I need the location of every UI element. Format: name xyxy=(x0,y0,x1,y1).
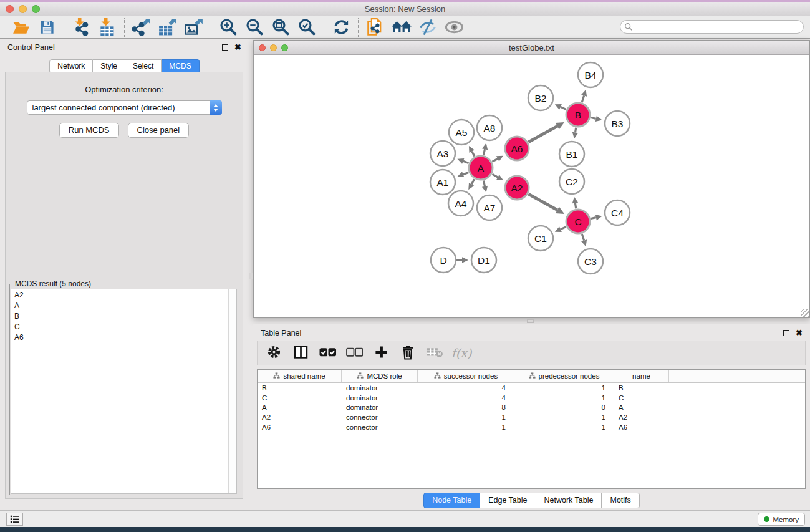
close-table-panel-icon[interactable]: ✖ xyxy=(796,330,803,336)
graph-edge-B-B1[interactable] xyxy=(575,128,576,133)
delete-table-button[interactable] xyxy=(427,345,443,361)
result-list-item[interactable]: A xyxy=(11,300,236,311)
column-header-successor-nodes[interactable]: successor nodes xyxy=(418,370,514,382)
table-cell[interactable]: A6 xyxy=(258,423,342,431)
table-cell[interactable]: A xyxy=(614,404,669,411)
result-list-item[interactable]: C xyxy=(11,321,236,332)
table-cell[interactable]: A6 xyxy=(614,423,669,431)
table-cell[interactable]: A2 xyxy=(258,414,342,421)
close-panel-icon[interactable]: ✖ xyxy=(234,44,241,51)
show-hidden-button[interactable] xyxy=(443,18,465,37)
mcds-result-list[interactable]: A2ABCA6 xyxy=(11,289,237,494)
column-header-shared-name[interactable]: shared name xyxy=(258,370,342,382)
table-cell[interactable]: dominator xyxy=(342,394,418,402)
table-cell[interactable]: A xyxy=(258,404,342,411)
save-session-button[interactable] xyxy=(36,18,57,37)
graph-edge-B-B4[interactable] xyxy=(582,95,584,102)
window-resize-grip[interactable] xyxy=(801,309,809,317)
toggle-column-display-button[interactable] xyxy=(292,345,309,361)
vertical-splitter-handle[interactable] xyxy=(249,273,253,279)
graph-edge-C-C1[interactable] xyxy=(561,227,566,230)
table-cell[interactable]: connector xyxy=(342,423,418,431)
show-network-home-button[interactable] xyxy=(391,18,412,37)
tab-node-table[interactable]: Node Table xyxy=(423,493,480,508)
table-cell[interactable]: 1 xyxy=(514,423,614,431)
table-cell[interactable]: 1 xyxy=(418,423,514,431)
search-input[interactable] xyxy=(633,21,803,32)
graph-edge-C-C4[interactable] xyxy=(591,218,595,219)
graph-edge-B-B3[interactable] xyxy=(591,118,595,119)
table-cell[interactable]: 0 xyxy=(514,404,614,411)
graph-edge-A-A5[interactable] xyxy=(472,152,475,157)
table-cell[interactable]: 1 xyxy=(418,414,514,421)
graph-edge-C-C3[interactable] xyxy=(582,234,584,241)
memory-button[interactable]: Memory xyxy=(758,513,805,526)
export-image-button[interactable] xyxy=(183,18,205,37)
run-mcds-button[interactable]: Run MCDS xyxy=(59,123,119,138)
table-cell[interactable]: 8 xyxy=(418,404,514,411)
hide-selected-button[interactable] xyxy=(417,18,438,37)
graph-edge-C-C2[interactable] xyxy=(575,203,576,209)
graph-edge-A-A4[interactable] xyxy=(471,179,475,184)
graph-edge-A-A3[interactable] xyxy=(463,161,469,163)
horizontal-splitter-handle[interactable] xyxy=(527,319,534,323)
float-panel-icon[interactable] xyxy=(222,44,228,51)
column-header-name[interactable]: name xyxy=(614,370,669,382)
search-field[interactable] xyxy=(620,20,804,34)
deselect-all-rows-button[interactable] xyxy=(346,345,362,361)
table-settings-button[interactable] xyxy=(266,345,282,361)
import-network-from-file-button[interactable] xyxy=(70,18,92,37)
float-table-panel-icon[interactable] xyxy=(783,330,789,336)
zoom-fit-content-button[interactable] xyxy=(270,18,291,37)
criterion-dropdown[interactable]: largest connected component (directed) xyxy=(27,100,222,115)
graph-edge-A-A2[interactable] xyxy=(492,174,498,177)
column-header-MCDS-role[interactable]: MCDS role xyxy=(342,370,418,382)
select-all-rows-button[interactable] xyxy=(319,345,335,361)
table-cell[interactable]: connector xyxy=(342,414,418,421)
table-cell[interactable]: C xyxy=(258,394,342,402)
export-network-button[interactable] xyxy=(131,18,152,37)
table-row[interactable]: Adominator80A xyxy=(258,403,805,413)
table-cell[interactable]: 1 xyxy=(514,394,614,402)
table-cell[interactable]: A2 xyxy=(614,414,669,421)
table-cell[interactable]: B xyxy=(614,384,669,392)
table-row[interactable]: Cdominator41C xyxy=(258,393,805,403)
delete-columns-button[interactable] xyxy=(400,345,416,361)
graph-edge-A-A6[interactable] xyxy=(493,158,498,162)
graph-edge-A-A8[interactable] xyxy=(483,149,485,155)
zoom-out-button[interactable] xyxy=(244,18,265,37)
result-list-item[interactable]: A2 xyxy=(11,289,236,300)
graph-edge-A6-B[interactable] xyxy=(528,126,557,142)
tab-motifs[interactable]: Motifs xyxy=(602,493,639,508)
task-history-button[interactable] xyxy=(6,513,23,526)
graph-edge-B-B2[interactable] xyxy=(561,107,566,109)
create-new-column-button[interactable] xyxy=(373,345,389,361)
table-cell[interactable]: B xyxy=(258,384,342,392)
column-header-predecessor-nodes[interactable]: predecessor nodes xyxy=(514,370,614,382)
table-cell[interactable]: dominator xyxy=(342,384,418,392)
table-cell[interactable]: 4 xyxy=(418,394,514,402)
table-row[interactable]: Bdominator41B xyxy=(258,383,805,393)
graph-edge-A2-C[interactable] xyxy=(528,194,557,210)
table-cell[interactable]: dominator xyxy=(342,404,418,411)
table-row[interactable]: A2connector11A2 xyxy=(258,412,805,422)
network-graph[interactable]: B4B2BB3B1A5A8A6A3AA1A2C2A4A7C4CC1C3DD1 xyxy=(254,55,809,317)
table-cell[interactable]: C xyxy=(614,394,669,402)
table-cell[interactable]: 4 xyxy=(418,384,514,392)
function-builder-button[interactable]: f(x) xyxy=(453,345,470,361)
zoom-in-button[interactable] xyxy=(218,18,239,37)
network-canvas[interactable]: B4B2BB3B1A5A8A6A3AA1A2C2A4A7C4CC1C3DD1 xyxy=(254,55,809,317)
close-panel-button[interactable]: Close panel xyxy=(128,123,190,138)
result-list-item[interactable]: A6 xyxy=(11,332,236,342)
new-network-from-selection-button[interactable] xyxy=(365,18,386,37)
result-list-scrollbar[interactable] xyxy=(228,289,236,493)
table-cell[interactable]: 1 xyxy=(514,414,614,421)
result-list-item[interactable]: B xyxy=(11,311,236,321)
apply-preferred-layout-button[interactable] xyxy=(330,18,352,37)
graph-edge-A-A7[interactable] xyxy=(483,181,485,186)
tab-edge-table[interactable]: Edge Table xyxy=(480,493,536,508)
open-session-button[interactable] xyxy=(10,18,31,37)
import-table-from-file-button[interactable] xyxy=(97,18,118,37)
table-cell[interactable]: 1 xyxy=(514,384,614,392)
graph-edge-A-A1[interactable] xyxy=(463,172,469,174)
